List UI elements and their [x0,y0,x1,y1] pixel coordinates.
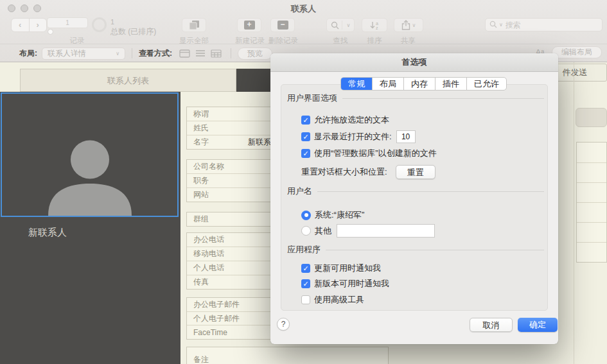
search-icon [331,21,339,30]
show-all-button[interactable] [182,18,206,32]
divider [326,250,544,250]
allow-drag-drop-checkbox[interactable] [301,116,310,125]
view-form-icon [179,49,190,58]
notify-updates-checkbox[interactable] [301,264,310,273]
record-slider[interactable] [48,31,88,33]
dialog-titlebar: 首选项 [270,53,558,72]
reset-button[interactable]: 重置 [396,165,435,179]
preferences-dialog: 首选项 常规 布局 内存 插件 已允许 用户界面选项 允许拖放选定的文本 显示最… [270,53,558,344]
new-record-button[interactable]: + [237,18,261,32]
preferences-tabs: 常规 布局 内存 插件 已允许 [340,77,507,91]
show-all-icon [188,20,200,31]
notes-field-group: 备注 [186,347,389,364]
field-row-partial[interactable] [577,162,606,182]
reset-dialogs-row: 重置对话框大小和位置: 重置 [301,165,435,179]
quick-search-field[interactable]: ∨ [485,18,603,31]
field-row-partial[interactable] [577,202,606,222]
contact-name[interactable]: 新联系人 [28,227,67,239]
person-silhouette-icon [42,135,138,216]
section-ui-options: 用户界面选项 [287,92,544,104]
right-field-column [576,142,607,263]
tab-contact-list[interactable]: 联系人列表 [20,69,236,92]
view-form-button[interactable] [179,49,190,58]
view-table-icon [211,49,222,58]
notify-versions-row: 新版本可用时通知我 [301,278,389,290]
share-icon [401,20,410,30]
other-name-input[interactable] [337,224,435,238]
notify-new-version-checkbox[interactable] [301,279,310,288]
tab-memory[interactable]: 内存 [404,78,435,90]
tab-layout[interactable]: 布局 [373,78,404,90]
field-row-partial[interactable] [577,182,606,202]
field-row-partial[interactable] [577,222,606,242]
ok-button[interactable]: 确定 [518,318,558,332]
divider [342,98,544,99]
delete-record-button[interactable]: − [270,18,295,32]
field-row-partial[interactable] [577,143,606,162]
divider [342,21,342,30]
recent-files-count-input[interactable] [396,130,416,143]
sort-icon: a z [369,21,380,30]
layout-popup-value: 联系人详情 [48,48,86,59]
preview-button[interactable]: 预览 [238,48,272,60]
chevron-down-icon: ∨ [499,22,503,28]
divider [574,62,574,364]
show-recent-files-checkbox[interactable] [301,132,310,141]
record-nav[interactable]: ‹ › [11,18,47,32]
chevron-down-icon: ∨ [116,48,119,59]
record-slider-thumb[interactable] [48,29,53,35]
dialog-title: 首选项 [270,53,558,71]
field-notes[interactable]: 备注 [187,347,388,364]
manage-database-row: 使用“管理数据库”以创建新的文件 [301,148,437,159]
plus-icon: + [244,21,255,30]
divider [231,48,231,58]
cancel-button[interactable]: 取消 [470,318,513,332]
divider [317,191,544,192]
search-icon [489,21,498,29]
layout-label: 布局: [19,48,37,59]
sort-button[interactable]: a z [362,18,387,32]
contact-photo-field[interactable] [1,92,179,217]
field-row-partial[interactable] [577,242,606,262]
minus-icon: − [277,21,288,30]
system-name-radio[interactable] [301,211,311,220]
titlebar: 联系人 [0,0,607,14]
section-user-name: 用户名 [287,186,544,197]
use-manage-database-checkbox[interactable] [301,149,310,158]
user-name-other-row: 其他 [301,224,435,238]
recent-files-row: 显示最近打开的文件: [301,130,416,143]
svg-text:a: a [376,21,378,26]
field-row-partial[interactable] [576,108,607,127]
window-title: 联系人 [0,3,607,15]
view-as-label: 查看方式: [139,48,172,59]
use-advanced-tools-checkbox[interactable] [301,295,310,304]
share-button[interactable]: ∨ [394,18,423,32]
next-record-icon[interactable]: › [30,19,47,31]
svg-text:z: z [376,26,378,30]
record-count: 1 [110,18,114,26]
search-input[interactable] [506,21,589,30]
current-record-field[interactable]: 1 [47,17,88,28]
chevron-down-icon: ∨ [412,22,416,28]
other-name-radio[interactable] [301,226,311,236]
view-list-icon [195,49,206,57]
help-button[interactable]: ? [277,318,290,331]
tab-general[interactable]: 常规 [341,78,373,90]
advanced-tools-row: 使用高级工具 [301,294,364,306]
user-name-system-row: 系统:“康绍军” [301,209,364,221]
allow-drag-drop-row: 允许拖放选定的文本 [301,114,389,126]
layout-popup[interactable]: 联系人详情 ∨ [42,48,125,60]
previous-record-icon[interactable]: ‹ [12,19,30,31]
chevron-down-icon: ∨ [347,22,351,28]
app-window: 联系人 ‹ › 1 1 总数 (已排序) 记录 显示全部 + 新建记录 − [0,0,607,364]
found-set-ring-icon [92,17,107,32]
record-count-caption: 总数 (已排序) [110,26,156,37]
view-table-button[interactable] [211,49,222,58]
contact-photo-panel: 新联系人 [0,92,180,364]
edit-layout-button[interactable]: 编辑布局 [552,46,602,58]
tab-plugins[interactable]: 插件 [435,78,467,90]
notify-updates-row: 更新可用时通知我 [301,263,381,274]
tab-permitted[interactable]: 已允许 [467,78,506,90]
find-button[interactable]: ∨ [326,18,355,32]
view-list-button[interactable] [195,49,206,57]
